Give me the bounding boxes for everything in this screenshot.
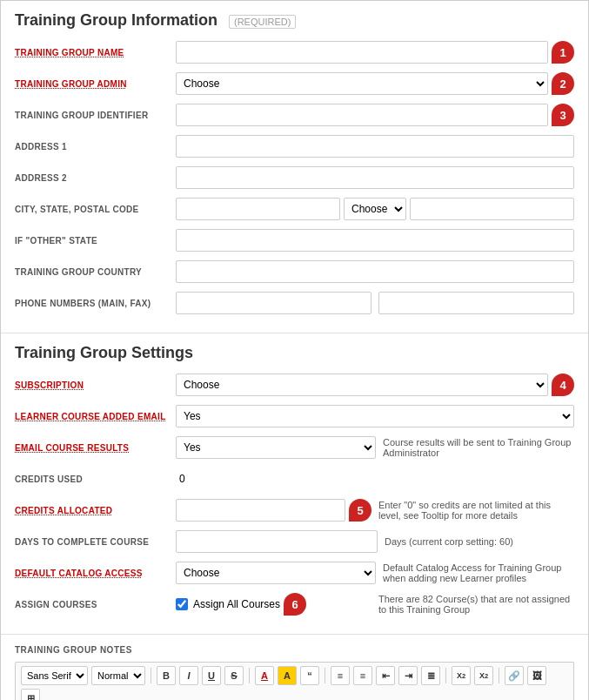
group-name-label: TRAINING GROUP NAME (15, 48, 176, 57)
country-input[interactable] (176, 260, 574, 283)
credits-allocated-input[interactable] (176, 499, 345, 522)
phone-fax-input[interactable] (378, 292, 574, 314)
indent-button[interactable]: ⇥ (398, 666, 418, 685)
days-hint: Days (current corp setting: 60) (385, 536, 574, 547)
address1-label: ADDRESS 1 (15, 142, 176, 151)
address2-row: ADDRESS 2 (15, 165, 574, 190)
image-button[interactable]: 🖼 (527, 666, 546, 685)
strikethrough-button[interactable]: S (224, 666, 244, 685)
font-family-select[interactable]: Sans Serif (21, 666, 88, 685)
address1-input[interactable] (176, 135, 574, 158)
toolbar-sep-3 (325, 668, 325, 683)
days-complete-row: DAYS TO COMPLETE COURSE Days (current co… (15, 529, 574, 554)
credits-allocated-hint: Enter "0" so credits are not limited at … (378, 500, 574, 521)
toolbar-sep-2 (249, 668, 250, 683)
default-catalog-row: DEFAULT CATALOG ACCESS Choose Default Ca… (15, 561, 574, 585)
assign-courses-checkbox[interactable] (176, 598, 188, 610)
badge-1: 1 (552, 41, 574, 64)
ol-button[interactable]: ≡ (331, 666, 350, 685)
learner-email-row: LEARNER COURSE ADDED EMAIL Yes No (15, 404, 574, 428)
group-admin-row: TRAINING GROUP ADMIN Choose 2 (15, 71, 574, 96)
assign-courses-label: ASSIGN COURSES (15, 600, 176, 609)
address1-row: ADDRESS 1 (15, 134, 574, 158)
other-state-input[interactable] (176, 229, 574, 252)
assign-courses-hint: There are 82 Course(s) that are not assi… (378, 594, 574, 615)
toolbar-sep-4 (445, 668, 446, 683)
superscript-button[interactable]: X2 (474, 666, 493, 685)
postal-input[interactable] (410, 198, 574, 220)
default-catalog-select[interactable]: Choose (176, 562, 376, 584)
group-identifier-row: TRAINING GROUP IDENTIFIER 3 (15, 103, 574, 127)
address2-input[interactable] (176, 166, 574, 189)
country-row: TRAINING GROUP COUNTRY (15, 259, 574, 284)
assign-courses-text: Assign All Courses (193, 598, 280, 610)
font-size-select[interactable]: Normal (91, 666, 145, 685)
assign-courses-checkbox-label[interactable]: Assign All Courses (176, 598, 280, 610)
state-select[interactable]: Choose (344, 198, 406, 220)
subscription-label: SUBSCRIPTION (15, 380, 176, 390)
section-title-info: Training Group Information (REQUIRED) (15, 11, 574, 30)
email-results-hint: Course results will be sent to Training … (383, 437, 574, 458)
credits-allocated-row: CREDITS ALLOCATED 5 Enter "0" so credits… (15, 498, 574, 522)
credits-used-value: 0 (176, 473, 185, 485)
link-button[interactable]: 🔗 (505, 666, 524, 685)
outdent-button[interactable]: ⇤ (376, 666, 395, 685)
phone-main-input[interactable] (176, 292, 371, 314)
group-admin-select[interactable]: Choose (176, 72, 548, 95)
badge-3: 3 (552, 104, 574, 126)
default-catalog-hint: Default Catalog Access for Training Grou… (383, 562, 574, 583)
city-input[interactable] (176, 198, 340, 220)
other-state-row: IF "OTHER" STATE (15, 228, 574, 252)
learner-email-select[interactable]: Yes No (176, 405, 574, 427)
city-state-row: CITY, STATE, POSTAL CODE Choose (15, 197, 574, 221)
subscription-select[interactable]: Choose (176, 374, 548, 396)
credits-used-label: CREDITS USED (15, 475, 176, 484)
editor-toolbar: Sans Serif Normal B I U S A A “ ≡ ≡ ⇤ ⇥ … (15, 662, 574, 700)
group-name-input[interactable] (176, 41, 548, 64)
toolbar-sep-5 (499, 668, 499, 683)
other-state-label: IF "OTHER" STATE (15, 236, 176, 246)
email-results-label: EMAIL COURSE RESULTS (15, 443, 176, 453)
blockquote-button[interactable]: “ (300, 666, 319, 685)
italic-button[interactable]: I (179, 666, 198, 685)
assign-courses-row: ASSIGN COURSES Assign All Courses 6 Ther… (15, 592, 574, 616)
badge-2: 2 (552, 72, 574, 95)
learner-email-label: LEARNER COURSE ADDED EMAIL (15, 412, 176, 421)
highlight-button[interactable]: A (278, 666, 297, 685)
notes-title: TRAINING GROUP NOTES (15, 645, 574, 655)
credits-used-row: CREDITS USED 0 (15, 467, 574, 491)
subscript-button[interactable]: X2 (452, 666, 471, 685)
address2-label: ADDRESS 2 (15, 173, 176, 183)
email-results-select[interactable]: Yes No (176, 436, 376, 459)
badge-4: 4 (552, 374, 574, 396)
credits-allocated-label: CREDITS ALLOCATED (15, 506, 176, 515)
phone-label: PHONE NUMBERS (MAIN, FAX) (15, 299, 176, 308)
phone-row: PHONE NUMBERS (MAIN, FAX) (15, 291, 574, 315)
group-identifier-label: TRAINING GROUP IDENTIFIER (15, 111, 176, 120)
group-identifier-input[interactable] (176, 104, 548, 126)
group-name-row: TRAINING GROUP NAME 1 (15, 40, 574, 64)
font-color-button[interactable]: A (255, 666, 274, 685)
section-title-settings: Training Group Settings (15, 344, 574, 362)
table-button[interactable]: ⊞ (21, 689, 40, 700)
days-complete-input[interactable] (176, 530, 378, 553)
days-complete-label: DAYS TO COMPLETE COURSE (15, 537, 176, 547)
city-state-label: CITY, STATE, POSTAL CODE (15, 205, 176, 214)
toolbar-sep-1 (151, 668, 151, 683)
badge-5: 5 (349, 499, 371, 522)
underline-button[interactable]: U (202, 666, 221, 685)
align-button[interactable]: ≣ (421, 666, 440, 685)
default-catalog-label: DEFAULT CATALOG ACCESS (15, 569, 176, 578)
ul-button[interactable]: ≡ (353, 666, 372, 685)
email-results-row: EMAIL COURSE RESULTS Yes No Course resul… (15, 435, 574, 460)
badge-6: 6 (284, 593, 306, 616)
bold-button[interactable]: B (157, 666, 176, 685)
country-label: TRAINING GROUP COUNTRY (15, 267, 176, 277)
subscription-row: SUBSCRIPTION Choose 4 (15, 373, 574, 397)
group-admin-label: TRAINING GROUP ADMIN (15, 79, 176, 89)
